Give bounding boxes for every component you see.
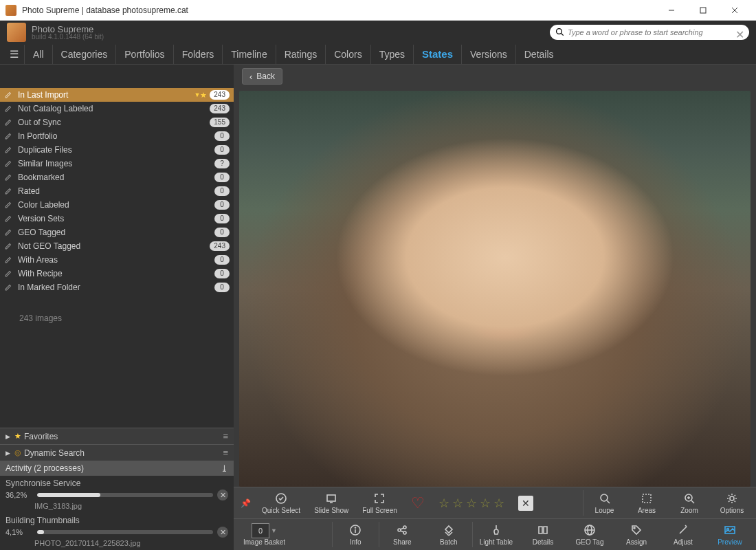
star-icon[interactable]: ☆ [452,496,463,511]
search-input[interactable] [568,28,735,36]
state-item[interactable]: With Areas0 [0,253,234,267]
state-item[interactable]: In Portfolio0 [0,129,234,143]
reject-button[interactable]: ✕ [518,496,533,511]
edit-icon [4,131,14,141]
state-item[interactable]: Bookmarked0 [0,170,234,184]
minimize-button[interactable] [656,1,687,20]
batch-button[interactable]: Batch [425,522,472,547]
state-label: Duplicate Files [18,145,214,155]
build-info: build 4.1.0.1448 (64 bit) [32,33,104,41]
full-screen-icon [373,492,386,505]
zoom-icon [683,492,696,505]
options-button[interactable]: Options [711,490,753,516]
state-item[interactable]: Color Labeled0 [0,198,234,212]
count-badge: 0 [214,283,230,292]
cancel-process-button[interactable]: ✕ [217,490,228,500]
tab-types[interactable]: Types [370,45,413,64]
areas-button[interactable]: Areas [625,490,668,516]
loupe-button[interactable]: Loupe [583,490,625,516]
image-basket[interactable]: 0 ▼ Image Basket [236,523,292,546]
dynamic-search-panel[interactable]: ▶ ◎ Dynamic Search ≡ [0,444,234,461]
preview-button[interactable]: Preview [707,522,753,547]
star-icon[interactable]: ☆ [493,496,504,511]
state-item[interactable]: Version Sets0 [0,212,234,226]
state-item[interactable]: Not Catalog Labeled243 [0,102,234,116]
states-list: In Last Import▼★243Not Catalog Labeled24… [0,65,234,294]
basket-dropdown-icon[interactable]: ▼ [271,527,277,534]
back-button[interactable]: ‹ Back [242,68,282,85]
star-icon[interactable]: ☆ [438,496,449,511]
count-badge: 0 [214,186,230,196]
state-item[interactable]: Duplicate Files0 [0,143,234,157]
state-label: In Last Import [18,90,191,100]
full-screen-button[interactable]: Full Screen [355,490,404,516]
slide-show-button[interactable]: Slide Show [307,490,355,516]
tab-colors[interactable]: Colors [325,45,370,64]
sort-icon[interactable]: ▼ [194,91,200,98]
assign-button[interactable]: Assign [613,522,660,547]
full-screen-label: Full Screen [362,507,397,514]
tab-states[interactable]: States [413,45,461,64]
state-item[interactable]: In Last Import▼★243 [0,88,234,102]
state-item[interactable]: With Recipe0 [0,267,234,280]
info-button[interactable]: Info [332,522,379,547]
rating-stars[interactable]: ☆ ☆ ☆ ☆ ☆ [432,496,511,511]
clear-search-icon[interactable]: ✕ [735,28,744,36]
tab-versions[interactable]: Versions [461,45,515,64]
tab-portfolios[interactable]: Portfolios [115,45,173,64]
quick-select-label: Quick Select [262,507,300,514]
state-item[interactable]: Out of Sync155 [0,116,234,129]
details-button[interactable]: Details [520,522,566,547]
light-table-label: Light Table [480,538,513,546]
panel-menu-icon[interactable]: ≡ [220,448,228,458]
share-icon [396,523,408,537]
state-label: Bookmarked [18,173,214,182]
state-item[interactable]: Rated0 [0,184,234,198]
state-item[interactable]: Not GEO Tagged243 [0,239,234,253]
geo-label: GEO Tag [576,538,604,546]
state-item[interactable]: GEO Tagged0 [0,226,234,239]
state-label: With Recipe [18,269,214,278]
gear-icon [726,492,738,505]
preview-area[interactable] [234,88,756,487]
state-item[interactable]: In Marked Folder0 [0,280,234,294]
app-logo [7,23,26,42]
edit-icon [4,241,14,251]
star-icon[interactable]: ☆ [480,496,491,511]
state-label: With Areas [18,255,214,265]
maximize-button[interactable] [687,1,719,20]
star-icon[interactable]: ☆ [466,496,477,511]
tab-details[interactable]: Details [515,45,562,64]
close-button[interactable] [719,1,751,20]
collapse-icon[interactable]: ⤓ [221,463,228,474]
zoom-button[interactable]: Zoom [668,490,711,516]
favorites-panel[interactable]: ▶ ★ Favorites ≡ [0,428,234,444]
activity-header[interactable]: Activity (2 processes) ⤓ [0,461,234,476]
share-button[interactable]: Share [379,522,425,547]
pin-icon[interactable]: 📌 [236,498,255,508]
tab-folders[interactable]: Folders [173,45,223,64]
tab-timeline[interactable]: Timeline [222,45,275,64]
count-badge: 0 [214,145,230,155]
svg-line-23 [401,528,404,529]
search-box[interactable]: ✕ [550,25,749,40]
zoom-label: Zoom [680,507,698,514]
tab-all[interactable]: All [24,45,52,64]
details-icon [537,523,549,537]
edit-icon [4,145,14,155]
tab-ratings[interactable]: Ratings [276,45,325,64]
tab-categories[interactable]: Categories [52,45,116,64]
hamburger-icon[interactable]: ☰ [4,48,24,60]
adjust-button[interactable]: Adjust [660,522,707,547]
light-table-button[interactable]: Light Table [472,522,520,547]
favorite-heart-icon[interactable]: ♡ [404,494,432,512]
quick-select-button[interactable]: Quick Select [255,490,307,516]
count-badge: 243 [210,104,230,113]
cancel-process-button[interactable]: ✕ [217,527,228,538]
edit-icon [4,186,14,196]
state-item[interactable]: Similar Images? [0,157,234,170]
edit-icon [4,159,14,168]
panel-menu-icon[interactable]: ≡ [220,431,228,441]
geo-tag-button[interactable]: GEO Tag [566,522,613,547]
window-title: Photo Supreme | database photosupreme.ca… [22,6,656,15]
